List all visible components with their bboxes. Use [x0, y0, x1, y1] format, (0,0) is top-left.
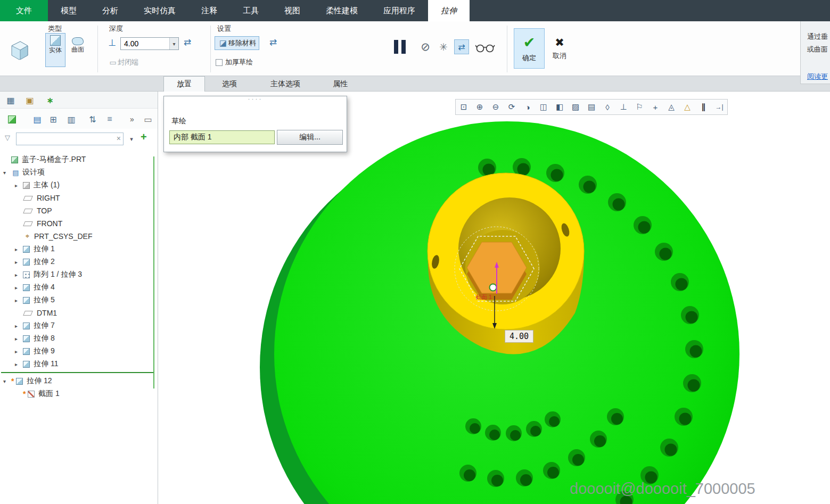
display-style-icon[interactable]: ◫: [536, 102, 552, 112]
menu-tab-live-sim[interactable]: 实时仿真: [131, 0, 188, 21]
perspective-icon[interactable]: ◊: [599, 103, 615, 112]
confirm-button[interactable]: ✔ 确定: [514, 28, 545, 69]
overflow-chevron-icon[interactable]: »: [126, 113, 138, 126]
solid-type-button[interactable]: 实体: [45, 33, 65, 67]
combo-dropdown-icon[interactable]: ▾: [169, 38, 178, 49]
cancel-button[interactable]: ✖ 取消: [547, 28, 572, 69]
verify-glasses-icon[interactable]: [475, 43, 496, 53]
expand-icon[interactable]: [15, 246, 23, 252]
clip-icon[interactable]: ◬: [663, 102, 679, 112]
expand-icon[interactable]: [15, 349, 23, 354]
tree-item-top-plane[interactable]: TOP: [0, 204, 158, 217]
filter-funnel-icon[interactable]: ▽: [5, 134, 10, 142]
datum-display-icon[interactable]: ⊥: [615, 102, 631, 112]
filter-input[interactable]: [18, 134, 113, 144]
sketch-collector[interactable]: 内部 截面 1: [169, 130, 275, 144]
expand-icon[interactable]: [15, 272, 23, 278]
menu-tab-tools[interactable]: 工具: [230, 0, 272, 21]
grid-view-icon[interactable]: ⊞: [47, 113, 60, 126]
sort-tree-icon[interactable]: ⇅: [86, 113, 99, 126]
menu-file[interactable]: 文件: [0, 0, 48, 21]
tree-item-extrude-1[interactable]: 拉伸 1: [0, 243, 158, 255]
wireframe-preview-icon[interactable]: ✳: [437, 41, 450, 53]
tree-item-right-plane[interactable]: RIGHT: [0, 192, 158, 204]
show-part-icon[interactable]: [5, 113, 18, 126]
expand-icon[interactable]: [15, 183, 23, 188]
menu-tab-extrude-active[interactable]: 拉伸: [428, 0, 470, 21]
tree-item-extrude-4[interactable]: 拉伸 4: [0, 281, 158, 294]
menu-tab-analysis[interactable]: 分析: [89, 0, 131, 21]
model-3d-view[interactable]: 截面 1 dooooit@dooooit_7000005: [158, 92, 830, 504]
pause-feature-button[interactable]: [392, 40, 407, 56]
attached-preview-button[interactable]: ⇄: [454, 39, 469, 54]
menu-tab-model[interactable]: 模型: [48, 0, 89, 21]
model-tree-icon[interactable]: ▦: [4, 94, 17, 106]
view-manager-icon[interactable]: ▤: [584, 102, 599, 112]
expand-icon[interactable]: [15, 323, 23, 329]
columns-view-icon[interactable]: ▥: [65, 113, 78, 126]
edit-sketch-button[interactable]: 编辑...: [277, 130, 343, 145]
tab-placement[interactable]: 放置: [163, 76, 205, 92]
tree-item-extrude-7[interactable]: 拉伸 7: [0, 319, 158, 332]
depth-value-combo[interactable]: 4.00 ▾: [120, 37, 179, 50]
exit-view-icon[interactable]: →|: [711, 103, 727, 111]
panel-drag-handle[interactable]: ····: [164, 95, 347, 103]
add-filter-icon[interactable]: +: [141, 131, 147, 143]
favorites-icon[interactable]: ∗: [44, 94, 56, 106]
expand-icon[interactable]: [15, 259, 23, 265]
warning-display-icon[interactable]: △: [679, 102, 695, 112]
tree-item-extrude-5[interactable]: 拉伸 5: [0, 294, 158, 307]
expand-icon[interactable]: [15, 298, 23, 303]
menu-tab-applications[interactable]: 应用程序: [371, 0, 428, 21]
thicken-checkbox[interactable]: [216, 59, 223, 66]
tree-settings-icon[interactable]: ≡: [103, 113, 116, 126]
tree-item-extrude-2[interactable]: 拉伸 2: [0, 255, 158, 268]
tab-properties[interactable]: 属性: [321, 76, 359, 92]
sketch-center-handle[interactable]: [490, 284, 497, 291]
expand-icon[interactable]: [15, 285, 23, 291]
tree-item-part-root[interactable]: 盖子-马桶盒子.PRT: [0, 153, 158, 166]
appearance-icon[interactable]: ▨: [568, 102, 584, 112]
expand-icon[interactable]: [3, 170, 11, 176]
read-more-link[interactable]: 阅读更: [807, 72, 828, 81]
thicken-sketch-option[interactable]: 加厚草绘: [216, 57, 253, 67]
no-preview-icon[interactable]: ⊘: [418, 40, 432, 53]
remove-material-button[interactable]: ◪ 移除材料: [215, 36, 259, 50]
insert-here-locator[interactable]: [0, 370, 158, 375]
tree-item-extrude-9[interactable]: 拉伸 9: [0, 345, 158, 358]
tree-item-extrude-11[interactable]: 拉伸 11: [0, 358, 158, 370]
tree-item-body[interactable]: 主体 (1): [0, 179, 158, 192]
tree-item-csys[interactable]: ⌖ PRT_CSYS_DEF: [0, 230, 158, 243]
expand-icon[interactable]: [15, 361, 23, 367]
spin-center-icon[interactable]: +: [647, 103, 663, 112]
section-view-icon[interactable]: ◧: [552, 102, 568, 112]
tab-options[interactable]: 选项: [210, 76, 249, 92]
flip-depth-direction-icon[interactable]: ⇄: [182, 37, 193, 48]
refit-zoom-icon[interactable]: ⊡: [456, 102, 472, 112]
depth-blind-icon[interactable]: ⊥: [106, 37, 118, 48]
expand-icon[interactable]: [3, 378, 11, 384]
menu-tab-annotate[interactable]: 注释: [188, 0, 230, 21]
shading-icon[interactable]: ◑: [520, 103, 536, 112]
repaint-icon[interactable]: ⟳: [504, 102, 520, 112]
tab-body-options[interactable]: 主体选项: [259, 76, 311, 92]
tree-item-front-plane[interactable]: FRONT: [0, 217, 158, 230]
surface-type-button[interactable]: 曲面: [68, 33, 88, 67]
zoom-in-icon[interactable]: ⊕: [472, 102, 488, 112]
tree-item-pattern-1[interactable]: 阵列 1 / 拉伸 3: [0, 268, 158, 281]
tree-item-section-1-pending[interactable]: * 截面 1: [0, 387, 158, 400]
tree-item-extrude-8[interactable]: 拉伸 8: [0, 332, 158, 345]
annotation-display-icon[interactable]: ⚐: [631, 102, 647, 112]
detach-panel-icon[interactable]: ▭: [142, 113, 154, 126]
depth-dimension-value[interactable]: 4.00: [505, 330, 533, 343]
list-view-icon[interactable]: ▤: [31, 113, 44, 126]
menu-tab-view[interactable]: 视图: [272, 0, 313, 21]
clear-filter-icon[interactable]: ×: [117, 134, 121, 143]
tree-item-design-items[interactable]: ▤ 设计项: [0, 166, 158, 179]
flip-material-side-icon[interactable]: ⇄: [267, 37, 279, 48]
zoom-out-icon[interactable]: ⊖: [488, 102, 504, 112]
expand-icon[interactable]: [15, 336, 23, 342]
tree-item-extrude-12-pending[interactable]: * 拉伸 12: [0, 375, 158, 387]
pause-display-icon[interactable]: ∥: [695, 102, 711, 112]
folder-browser-icon[interactable]: ▣: [23, 94, 36, 106]
